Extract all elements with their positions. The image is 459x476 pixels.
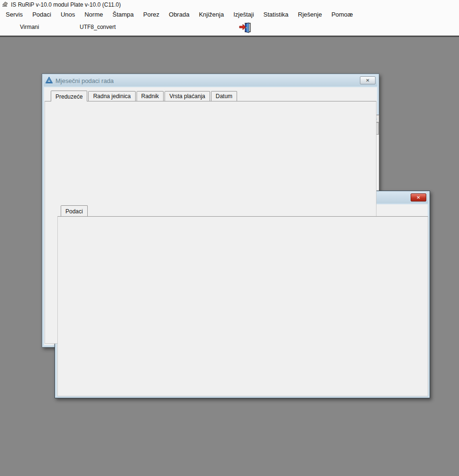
toolbar: Virmani UTF8_convert (0, 20, 459, 35)
app-titlebar: IS RuRiP v-10.0 modul Plate v-10.0 (C11.… (0, 0, 459, 9)
virmani-button[interactable]: Virmani (20, 24, 39, 30)
app-window: IS RuRiP v-10.0 modul Plate v-10.0 (C11.… (0, 0, 459, 37)
menu-item-knjiženja[interactable]: Knjiženja (194, 10, 229, 19)
window-titlebar[interactable]: Mjesečni podaci rada ✕ (44, 75, 377, 86)
tab-preduze-e[interactable]: Preduzeće (51, 91, 87, 101)
close-icon[interactable]: ✕ (411, 193, 426, 201)
exit-icon[interactable] (239, 21, 252, 34)
tab-page (57, 216, 428, 396)
menu-item-podaci[interactable]: Podaci (28, 10, 56, 19)
menu-item-obrada[interactable]: Obrada (164, 10, 194, 19)
close-icon[interactable]: ✕ (360, 76, 376, 84)
menu-item-statistika[interactable]: Statistika (259, 10, 294, 19)
tab-datum[interactable]: Datum (211, 91, 237, 101)
dialog-mjesecni-podaci-za-plate: Mjesečni podaci za plate ✕ Podaci Preduz… (55, 191, 430, 398)
tab-podaci[interactable]: Podaci (61, 205, 88, 216)
desktop: IS RuRiP v-10.0 modul Plate v-10.0 (C11.… (0, 0, 459, 476)
app-title: IS RuRiP v-10.0 modul Plate v-10.0 (C11.… (11, 1, 121, 8)
window-title: Mjesečni podaci rada (55, 77, 114, 84)
tab-strip: PreduzećeRadna jedinicaRadnikVrsta plaća… (51, 91, 238, 101)
app-icon (1, 0, 9, 9)
menu-bar: ServisPodaciUnosNormeŠtampaPorezObradaKn… (0, 9, 459, 20)
menu-item-servis[interactable]: Servis (1, 10, 28, 19)
menu-item-štampa[interactable]: Štampa (108, 10, 138, 19)
tab-vrsta-pla-anja[interactable]: Vrsta plaćanja (165, 91, 210, 101)
menu-item-rješenje[interactable]: Rješenje (293, 10, 327, 19)
utf8-convert-button[interactable]: UTF8_convert (80, 24, 116, 30)
dialog-client-area: Podaci Preduzeće: » 0 ... Datum: Apsolut… (57, 204, 428, 396)
menu-item-unos[interactable]: Unos (56, 10, 80, 19)
menu-item-pomoæ[interactable]: Pomoæ (327, 10, 358, 19)
tab-radnik[interactable]: Radnik (137, 91, 164, 101)
menu-item-norme[interactable]: Norme (80, 10, 108, 19)
menu-item-izještaji[interactable]: Izještaji (229, 10, 258, 19)
tab-radna-jedinica[interactable]: Radna jedinica (88, 91, 135, 101)
window-logo-icon (46, 77, 53, 85)
menu-item-porez[interactable]: Porez (138, 10, 164, 19)
